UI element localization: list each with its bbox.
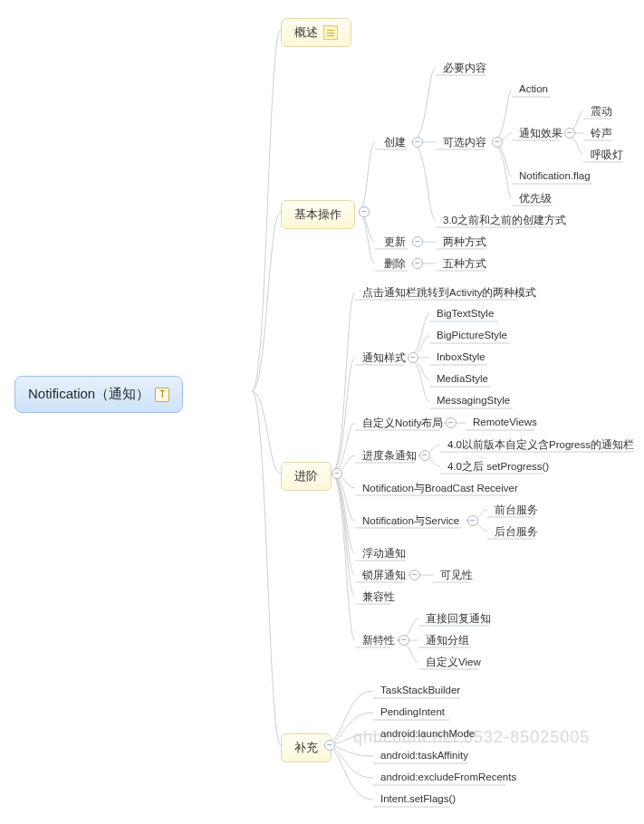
toggle-newfeatures[interactable]: − <box>399 635 409 646</box>
node-ring[interactable]: 铃声 <box>585 125 618 142</box>
toggle-update[interactable]: − <box>412 236 423 247</box>
toggle-create[interactable]: − <box>412 137 423 148</box>
toggle-customlayout[interactable]: − <box>446 417 457 428</box>
toggle-style[interactable]: − <box>408 352 418 363</box>
node-required[interactable]: 必要内容 <box>437 60 492 77</box>
node-customview[interactable]: 自定义View <box>420 654 486 671</box>
node-lockscreen[interactable]: 锁屏通知 <box>357 567 411 584</box>
branch-advanced[interactable]: 进阶 <box>281 462 332 491</box>
branch-supplement-label: 补充 <box>294 740 318 756</box>
branch-basic[interactable]: 基本操作 <box>281 200 355 229</box>
toggle-supplement[interactable]: − <box>324 740 335 751</box>
note-icon <box>323 25 338 40</box>
branch-supplement[interactable]: 补充 <box>281 733 332 762</box>
node-visibility[interactable]: 可见性 <box>435 567 478 584</box>
node-update[interactable]: 更新 <box>379 234 411 251</box>
node-style[interactable]: 通知样式 <box>357 350 411 367</box>
toggle-optional[interactable]: − <box>492 137 503 148</box>
node-progress-old[interactable]: 4.0以前版本自定义含Progress的通知栏 <box>442 436 639 454</box>
node-headsup[interactable]: 浮动通知 <box>357 545 411 562</box>
node-broadcast[interactable]: Notification与BroadCast Receiver <box>357 480 524 497</box>
toggle-lockscreen[interactable]: − <box>409 570 420 580</box>
toggle-progress[interactable]: − <box>419 450 430 461</box>
toggle-service[interactable]: − <box>467 515 478 526</box>
node-compat[interactable]: 兼容性 <box>357 589 400 606</box>
node-newfeatures[interactable]: 新特性 <box>357 632 400 649</box>
node-flag[interactable]: Notification.flag <box>514 168 596 183</box>
node-media[interactable]: MediaStyle <box>431 371 494 386</box>
node-messaging[interactable]: MessagingStyle <box>431 393 515 407</box>
node-update-opt[interactable]: 两种方式 <box>437 234 492 251</box>
node-progress[interactable]: 进度条通知 <box>357 447 422 465</box>
node-grouping[interactable]: 通知分组 <box>420 632 475 649</box>
root-node[interactable]: Notification（通知） T <box>14 376 183 413</box>
toggle-delete[interactable]: − <box>412 258 423 269</box>
branch-overview[interactable]: 概述 <box>281 18 351 47</box>
node-remoteviews[interactable]: RemoteViews <box>467 415 543 429</box>
node-directreply[interactable]: 直接回复通知 <box>420 610 496 628</box>
node-supp-3[interactable]: android:taskAffinity <box>375 748 474 762</box>
node-supp-5[interactable]: Intent.setFlags() <box>375 791 461 806</box>
node-delete[interactable]: 删除 <box>379 255 411 273</box>
node-priority[interactable]: 优先级 <box>514 190 557 207</box>
node-inbox[interactable]: InboxStyle <box>431 350 491 364</box>
branch-overview-label: 概述 <box>294 24 318 41</box>
node-background[interactable]: 后台服务 <box>489 523 543 541</box>
node-supp-2[interactable]: android:launchMode <box>375 726 480 741</box>
toggle-advanced[interactable]: − <box>332 468 342 479</box>
node-supp-1[interactable]: PendingIntent <box>375 704 450 719</box>
node-click-modes[interactable]: 点击通知栏跳转到Activity的两种模式 <box>357 284 542 302</box>
node-create[interactable]: 创建 <box>379 134 411 151</box>
branch-advanced-label: 进阶 <box>294 468 318 484</box>
node-service[interactable]: Notification与Service <box>357 513 465 530</box>
branch-basic-label: 基本操作 <box>294 206 341 223</box>
topic-icon: T <box>155 388 169 402</box>
toggle-basic[interactable]: − <box>359 206 370 217</box>
node-foreground[interactable]: 前台服务 <box>489 502 543 519</box>
node-delete-opt[interactable]: 五种方式 <box>437 255 492 273</box>
node-led[interactable]: 呼吸灯 <box>585 147 629 164</box>
node-supp-4[interactable]: android:excludeFromRecents <box>375 770 522 784</box>
node-bigpic[interactable]: BigPictureStyle <box>431 328 513 342</box>
node-action[interactable]: Action <box>514 81 553 96</box>
node-optional[interactable]: 可选内容 <box>437 134 492 151</box>
node-customlayout[interactable]: 自定义Notify布局 <box>357 415 448 432</box>
node-supp-0[interactable]: TaskStackBuilder <box>375 683 466 697</box>
node-progress-new[interactable]: 4.0之后 setProgress() <box>442 458 554 475</box>
toggle-effect[interactable]: − <box>564 128 575 139</box>
node-bigtext[interactable]: BigTextStyle <box>431 306 499 321</box>
root-label: Notification（通知） <box>28 386 149 403</box>
node-vibrate[interactable]: 震动 <box>585 103 618 120</box>
node-oldway[interactable]: 3.0之前和之前的创建方式 <box>437 212 572 229</box>
node-effect[interactable]: 通知效果 <box>514 125 568 142</box>
